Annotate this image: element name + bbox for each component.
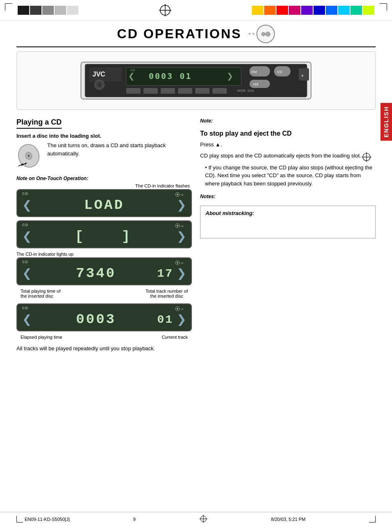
- svg-text:0003  01: 0003 01: [149, 71, 192, 81]
- svg-text:❯: ❯: [227, 70, 233, 82]
- lcd1-right-arrow: ❯: [177, 198, 186, 212]
- lcd4-cd-label: CD: [22, 306, 28, 310]
- lcd1-cd-label: CD: [22, 192, 28, 196]
- footer-right: 8/20/03, 5:21 PM: [271, 517, 306, 522]
- svg-text:CD: CD: [277, 70, 282, 74]
- lcd1-left-arrow: ❮: [22, 198, 32, 212]
- svg-point-35: [177, 194, 178, 195]
- svg-rect-15: [274, 66, 291, 76]
- stop-bullet: If you change the source, the CD play al…: [205, 164, 376, 188]
- playing-cd-heading: Playing a CD: [16, 118, 62, 129]
- page-footer: EN09-11-KD-S5050[J] 9 8/20/03, 5:21 PM: [0, 512, 392, 524]
- svg-text:JVC: JVC: [92, 71, 106, 78]
- svg-text:AM: AM: [253, 82, 258, 86]
- svg-text:FM: FM: [251, 70, 257, 74]
- corner-br: [369, 516, 376, 523]
- lcd2-cd-label: CD: [22, 223, 28, 227]
- stop-heading: To stop play and eject the CD: [200, 130, 376, 137]
- svg-text:MODE: MODE: [237, 89, 246, 92]
- stop-section: To stop play and eject the CD Press ▲. C…: [200, 130, 376, 187]
- device-image: JVC FM CD AM ▲ ❮ ❯: [16, 51, 376, 110]
- lcd1-display: LOAD: [35, 197, 173, 213]
- cd-icon-area: ⚬⚬: [248, 25, 275, 43]
- corner-bl: [16, 516, 23, 523]
- lcd2-right-arrow: ❯: [177, 229, 186, 243]
- notes-label: Notes:: [200, 194, 376, 199]
- lcd3-right-arrow: ❯: [177, 266, 186, 280]
- svg-rect-9: [143, 88, 158, 94]
- lcd3-caption-left: Total playing time ofthe inserted disc: [21, 289, 60, 298]
- footer-crosshair: [199, 515, 208, 524]
- svg-text:⇒: ⇒: [180, 193, 184, 197]
- lcd3-captions: Total playing time ofthe inserted disc T…: [16, 289, 192, 298]
- lcd2-display: [ ]: [35, 229, 173, 244]
- lcd3-caption-right: Total track number ofthe inserted disc: [145, 289, 188, 298]
- insert-text: The unit turns on, draws a CD and starts…: [47, 141, 192, 171]
- footer-left: EN09-11-KD-S5050[J]: [25, 517, 69, 522]
- cd-icon: [256, 25, 275, 43]
- lcd4-display-right: 01: [157, 313, 173, 326]
- lcd-panel-0003: CD ⇒ ❮ 0003 01 ❯: [16, 303, 192, 331]
- insert-heading: Insert a disc into the loading slot.: [16, 133, 192, 139]
- page-title: CD OPERATIONS: [117, 26, 242, 42]
- svg-text:▲: ▲: [300, 73, 304, 77]
- lcd-panel-load: CD ⇒ ❮ LOAD ❯: [16, 189, 192, 217]
- svg-point-41: [177, 262, 178, 264]
- svg-text:CD: CD: [130, 68, 135, 72]
- note-one-touch-label: Note on One-Touch Operation:: [16, 176, 192, 181]
- lcd2-left-arrow: ❮: [22, 229, 32, 243]
- color-blocks-right: [252, 6, 374, 15]
- corner-tr: [380, 3, 387, 11]
- svg-rect-11: [178, 88, 192, 94]
- stop-text1: CD play stops and the CD automatically e…: [200, 152, 376, 160]
- flashes-label: The CD-in indicator flashes: [16, 183, 192, 188]
- right-crosshair: [362, 152, 371, 163]
- lcd4-display-main: 0003: [35, 312, 157, 327]
- svg-text:SCM: SCM: [247, 89, 254, 92]
- lcd4-right-arrow: ❯: [177, 312, 186, 326]
- lcd3-display-main: 7340: [35, 266, 157, 281]
- lcd4-left-arrow: ❮: [22, 312, 32, 326]
- color-blocks-left: [18, 6, 78, 15]
- lcd2-cdin-label: ⇒: [175, 223, 187, 229]
- notes-section: Notes:: [200, 194, 376, 199]
- top-crosshair: [78, 4, 252, 16]
- lcd4-caption-left: Elapsed playing time: [21, 335, 62, 340]
- note-section: Note:: [200, 118, 376, 124]
- lcd3-cd-label: CD: [22, 260, 28, 264]
- svg-text:⇒: ⇒: [180, 224, 184, 228]
- title-area: CD OPERATIONS ⚬⚬: [16, 25, 376, 47]
- device-svg: JVC FM CD AM ▲ ❮ ❯: [77, 56, 315, 105]
- svg-rect-13: [212, 88, 227, 94]
- lcd-panel-7340: CD ⇒ ❮ 7340 17 ❯: [16, 257, 192, 285]
- svg-rect-8: [126, 88, 141, 94]
- svg-point-21: [97, 83, 101, 87]
- lcd3-display-right: 17: [157, 267, 173, 280]
- svg-text:⇒: ⇒: [180, 307, 184, 311]
- lcd4-captions: Elapsed playing time Current track: [16, 335, 192, 340]
- svg-point-38: [177, 225, 178, 227]
- corner-tl: [5, 3, 12, 11]
- lcd1-cdin-label: ⇒: [175, 192, 187, 198]
- stop-press: Press ▲.: [200, 141, 376, 149]
- lcd3-cdin-label: ⇒: [175, 260, 187, 266]
- bottom-text: All tracks will be played repeatedly unt…: [16, 345, 192, 353]
- svg-rect-10: [161, 88, 175, 94]
- note-label: Note:: [200, 118, 376, 124]
- disc-illustration: [16, 141, 43, 171]
- footer-center: 9: [133, 517, 136, 522]
- lcd4-cdin-label: ⇒: [175, 306, 187, 312]
- about-heading: About mistracking:: [205, 210, 370, 216]
- svg-text:⇒: ⇒: [180, 261, 184, 265]
- english-tab: ENGLISH: [380, 103, 392, 141]
- svg-point-44: [177, 308, 178, 310]
- lcd3-left-arrow: ❮: [22, 266, 32, 280]
- svg-rect-12: [195, 88, 210, 94]
- lcd-panel-bracket: CD ⇒ ❮ [ ] ❯: [16, 220, 192, 248]
- about-box: About mistracking:: [200, 206, 376, 238]
- lights-up-label: The CD-in indicator lights up: [16, 252, 192, 257]
- lcd4-caption-right: Current track: [161, 335, 188, 340]
